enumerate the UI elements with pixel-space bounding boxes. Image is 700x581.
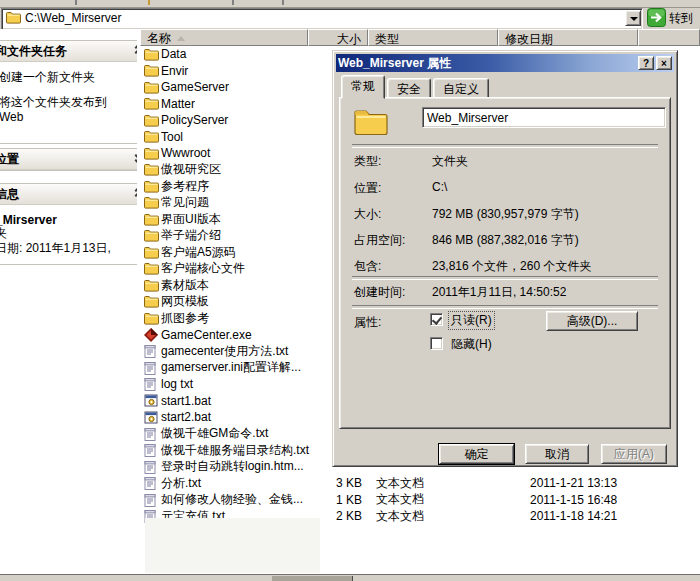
column-header-name[interactable]: 名称 [140, 29, 308, 46]
file-name-cell: 客户端A5源码 [140, 244, 308, 261]
tab-general[interactable]: 常规 [341, 75, 385, 99]
bat-file-icon [144, 411, 161, 424]
general-tab-panel: 类型: 文件夹 位置: C:\ 大小: 792 MB (830,957,979 … [339, 97, 671, 429]
file-name-cell: 傲视研究区 [140, 161, 308, 178]
info-row-type: 类型: 文件夹 [340, 153, 670, 169]
bat-file-icon [144, 394, 161, 407]
apply-button[interactable]: 应用(A) [601, 444, 667, 464]
file-name-cell: Tool [140, 130, 308, 144]
file-name-cell: 客户端核心文件 [140, 260, 308, 277]
help-button[interactable]: ? [638, 56, 654, 70]
separator [352, 305, 658, 309]
file-name-cell: Wwwroot [140, 146, 308, 160]
toolbar-separator [75, 0, 77, 5]
close-button[interactable]: × [656, 56, 672, 70]
file-name: Matter [161, 97, 195, 111]
tab-customize[interactable]: 自定义 [433, 78, 489, 99]
task-pane: 文件和文件夹任务 创建一个新文件夹将这个文件夹发布到 Web 其它位置 详细信息… [0, 29, 137, 574]
task-link[interactable]: 将这个文件夹发布到 Web [0, 95, 115, 125]
details-section: 详细信息 Web_Mirserver 文件夹 修改日期: 2011年1月13日, [0, 183, 137, 265]
txt-file-icon [144, 476, 161, 490]
taskbar-segment [272, 576, 353, 581]
folder-icon [6, 11, 21, 27]
readonly-label: 只读(R) [449, 312, 494, 329]
file-name: 如何修改人物经验、金钱... [161, 491, 303, 508]
file-name: GameServer [161, 80, 229, 94]
details-section-body: Web_Mirserver 文件夹 修改日期: 2011年1月13日, [0, 205, 137, 264]
txt-file-icon [144, 460, 161, 474]
toolbar-separator [282, 0, 284, 5]
collapse-icon[interactable] [133, 46, 137, 56]
ok-button[interactable]: 确定 [439, 444, 514, 464]
tab-bar: 常规 安全 自定义 [341, 79, 491, 99]
places-section-header[interactable]: 其它位置 [0, 149, 137, 170]
tab-security[interactable]: 安全 [387, 78, 431, 99]
expand-icon[interactable] [133, 154, 137, 164]
places-section: 其它位置 [0, 148, 137, 171]
readonly-checkbox[interactable] [430, 313, 443, 326]
toolbar-sliver [0, 0, 700, 8]
file-type: 文本文档 [368, 475, 498, 492]
advanced-button[interactable]: 高级(D)... [546, 311, 638, 331]
collapse-icon[interactable] [133, 189, 137, 199]
cancel-button[interactable]: 取消 [525, 444, 589, 464]
column-header-type[interactable]: 类型 [368, 29, 498, 46]
folder-icon [354, 107, 388, 139]
file-name-cell: 如何修改人物经验、金钱... [140, 491, 308, 508]
info-row-location: 位置: C:\ [340, 180, 670, 196]
folder-icon [144, 229, 161, 242]
column-header-size[interactable]: 大小 [308, 29, 368, 46]
info-label: 创建时间: [354, 284, 405, 301]
info-row-contains: 包含: 23,816 个文件，260 个文件夹 [340, 258, 670, 274]
file-name-cell: 分析.txt [140, 475, 308, 492]
file-modified: 2011-1-21 13:13 [498, 476, 638, 490]
file-name: PolicyServer [161, 113, 228, 127]
list-item[interactable]: 分析.txt 3 KB 文本文档 2011-1-21 13:13 [140, 475, 700, 492]
info-label: 占用空间: [354, 232, 405, 249]
tasks-section-header[interactable]: 文件和文件夹任务 [0, 41, 137, 62]
info-value: 846 MB (887,382,016 字节) [432, 232, 579, 249]
file-name-cell: Envir [140, 64, 308, 78]
file-name: GameCenter.exe [161, 328, 252, 342]
txt-file-icon [144, 493, 161, 507]
folder-icon [144, 163, 161, 176]
column-header-filler [638, 29, 700, 46]
file-size: 3 KB [308, 476, 368, 490]
folder-icon [144, 48, 161, 61]
address-combobox[interactable]: C:\Web_Mirserver [1, 8, 643, 30]
folder-icon [144, 246, 161, 259]
txt-file-icon [144, 427, 161, 441]
file-name-cell: gamecenter使用方法.txt [140, 343, 308, 360]
toolbar-separator [148, 0, 150, 5]
details-section-header[interactable]: 详细信息 [0, 184, 137, 205]
file-modified: 2011-1-15 16:48 [498, 493, 638, 507]
file-name-cell: 抓图参考 [140, 310, 308, 327]
section-title: 详细信息 [0, 186, 19, 203]
go-label: 转到 [669, 10, 693, 27]
file-name-cell: start1.bat [140, 394, 308, 408]
hidden-checkbox[interactable] [430, 337, 443, 350]
task-link[interactable]: 创建一个新文件夹 [0, 70, 115, 85]
file-name: gamerserver.ini配置详解... [161, 359, 301, 376]
go-button[interactable]: 转到 [645, 8, 695, 29]
folder-icon [144, 64, 161, 77]
info-label: 类型: [354, 153, 381, 170]
taskbar-sliver [0, 574, 700, 581]
list-item[interactable]: 如何修改人物经验、金钱... 1 KB 文本文档 2011-1-15 16:48 [140, 492, 700, 509]
column-label: 名称 [147, 30, 171, 47]
txt-file-icon [144, 361, 161, 375]
dialog-titlebar[interactable]: Web_Mirserver 属性 ? × [336, 54, 674, 72]
folder-name-input[interactable] [422, 107, 666, 128]
column-header-modified[interactable]: 修改日期 [498, 29, 638, 46]
file-name: Wwwroot [161, 146, 210, 160]
info-value: C:\ [432, 180, 447, 194]
file-name-cell: 界面UI版本 [140, 211, 308, 228]
info-row-size-on-disk: 占用空间: 846 MB (887,382,016 字节) [340, 232, 670, 248]
file-name: 登录时自动跳转login.htm... [161, 458, 304, 475]
section-title: 文件和文件夹任务 [0, 43, 67, 60]
sort-asc-icon [177, 32, 185, 41]
address-dropdown-button[interactable] [625, 10, 641, 26]
info-label: 大小: [354, 206, 381, 223]
txt-file-icon [144, 443, 161, 457]
properties-dialog: Web_Mirserver 属性 ? × 常规 安全 自定义 类型: 文件夹 位… [332, 50, 678, 467]
